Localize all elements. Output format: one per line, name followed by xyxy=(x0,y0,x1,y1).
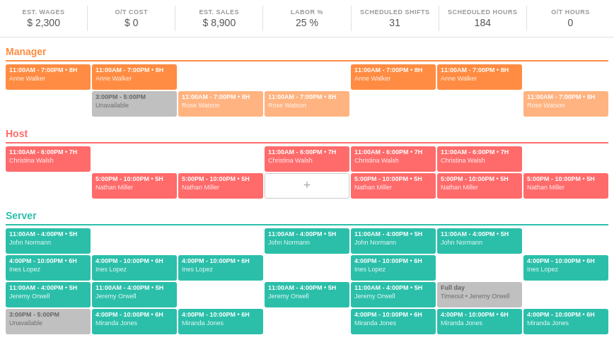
shift-cell-0-4[interactable]: 11:00AM - 7:00PM • 8HAnne Walker xyxy=(351,64,436,90)
shift-time-0-5: 11:00AM - 6:00PM • 7H xyxy=(441,148,519,157)
shift-cell-0-3[interactable]: 11:00AM - 4:00PM • 5HJohn Normann xyxy=(265,228,349,254)
shift-name-1-6: Rose Watson xyxy=(527,102,605,110)
shift-cell-0-5[interactable]: 11:00AM - 6:00PM • 7HChristina Walsh xyxy=(437,146,522,172)
shift-time-3-6: 4:00PM - 10:00PM • 6H xyxy=(527,311,605,319)
shift-cell-1-0 xyxy=(6,91,91,117)
shift-cell-1-4[interactable]: 4:00PM - 10:00PM • 6HInes Lopez xyxy=(351,255,436,281)
manager-section: Manager 11:00AM - 7:00PM • 8HAnne Walker… xyxy=(6,40,608,117)
shift-time-3-0: 3:00PM - 5:00PM xyxy=(9,311,87,319)
shift-cell-1-6[interactable]: 5:00PM - 10:00PM • 5HNathan Miller xyxy=(523,173,608,199)
shift-cell-1-3[interactable]: + xyxy=(265,173,349,199)
shift-cell-1-3[interactable]: 11:00AM - 7:00PM • 8HRose Watson xyxy=(265,91,349,117)
shift-time-1-6: 4:00PM - 10:00PM • 6H xyxy=(527,257,605,266)
manager-rows: 11:00AM - 7:00PM • 8HAnne Walker11:00AM … xyxy=(6,64,608,117)
ot-cost-value: $ 0 xyxy=(93,17,169,28)
shift-name-2-0: Jeremy Orwell xyxy=(9,293,87,301)
shift-name-2-3: Jeremy Orwell xyxy=(268,293,346,301)
shift-cell-1-0 xyxy=(6,173,91,199)
shift-cell-2-2 xyxy=(178,282,263,307)
shift-time-1-1: 5:00PM - 10:00PM • 5H xyxy=(95,175,173,184)
shift-cell-0-5[interactable]: 11:00AM - 7:00PM • 8HAnne Walker xyxy=(437,64,522,90)
shift-cell-1-2[interactable]: 11:00AM - 7:00PM • 8HRose Watson xyxy=(178,91,263,117)
shift-cell-1-3 xyxy=(265,255,349,281)
shift-cell-1-5[interactable]: 5:00PM - 10:00PM • 5HNathan Miller xyxy=(437,173,522,199)
shift-cell-1-6[interactable]: 11:00AM - 7:00PM • 8HRose Watson xyxy=(523,91,608,117)
shift-name-3-5: Miranda Jones xyxy=(441,319,519,328)
shift-name-1-4: Ines Lopez xyxy=(354,266,432,274)
stat-est-wages: EST. WAGES $ 2,300 xyxy=(0,6,88,31)
schedule: Manager 11:00AM - 7:00PM • 8HAnne Walker… xyxy=(0,37,614,343)
shift-cell-3-3 xyxy=(265,309,349,334)
shift-name-0-4: Christina Walsh xyxy=(354,157,432,165)
shift-name-1-5: Nathan Miller xyxy=(441,184,519,192)
shift-cell-2-3[interactable]: 11:00AM - 4:00PM • 5HJeremy Orwell xyxy=(265,282,349,307)
shift-cell-2-4[interactable]: 11:00AM - 4:00PM • 5HJeremy Orwell xyxy=(351,282,436,307)
shift-name-1-1: Unavailable xyxy=(95,102,173,110)
shift-cell-3-5[interactable]: 4:00PM - 10:00PM • 6HMiranda Jones xyxy=(437,309,522,334)
shift-time-1-6: 11:00AM - 7:00PM • 8H xyxy=(527,93,605,102)
shift-cell-1-1[interactable]: 3:00PM - 5:00PMUnavailable xyxy=(92,91,177,117)
shift-name-1-6: Nathan Miller xyxy=(527,184,605,192)
shift-cell-2-0[interactable]: 11:00AM - 4:00PM • 5HJeremy Orwell xyxy=(6,282,91,307)
shift-cell-0-1 xyxy=(92,146,177,172)
shift-cell-0-4[interactable]: 11:00AM - 4:00PM • 5HJohn Normann xyxy=(351,228,436,254)
shift-time-3-1: 4:00PM - 10:00PM • 6H xyxy=(95,311,173,319)
shift-cell-2-5[interactable]: Full dayTimeout • Jeremy Orwell xyxy=(437,282,522,307)
shift-time-0-0: 11:00AM - 6:00PM • 7H xyxy=(9,148,87,157)
shift-name-0-0: Christina Walsh xyxy=(9,157,87,165)
shift-cell-1-1[interactable]: 4:00PM - 10:00PM • 6HInes Lopez xyxy=(92,255,177,281)
shift-cell-0-0[interactable]: 11:00AM - 7:00PM • 8HAnne Walker xyxy=(6,64,91,90)
shift-cell-0-3 xyxy=(265,64,349,90)
shift-time-1-4: 5:00PM - 10:00PM • 5H xyxy=(354,175,432,184)
scheduled-shifts-value: 31 xyxy=(357,17,433,28)
shift-time-2-5: Full day xyxy=(441,284,519,293)
shift-cell-1-1[interactable]: 5:00PM - 10:00PM • 5HNathan Miller xyxy=(92,173,177,199)
labor-pct-value: 25 % xyxy=(269,17,344,28)
shift-name-0-4: John Normann xyxy=(354,239,432,247)
shift-cell-0-1[interactable]: 11:00AM - 7:00PM • 8HAnne Walker xyxy=(92,64,177,90)
grid-row-0: 11:00AM - 6:00PM • 7HChristina Walsh11:0… xyxy=(6,146,608,172)
shift-cell-3-2[interactable]: 4:00PM - 10:00PM • 6HMiranda Jones xyxy=(178,309,263,334)
shift-cell-1-4[interactable]: 5:00PM - 10:00PM • 5HNathan Miller xyxy=(351,173,436,199)
stat-ot-cost: O/T COST $ 0 xyxy=(88,6,175,31)
shift-cell-1-6[interactable]: 4:00PM - 10:00PM • 6HInes Lopez xyxy=(523,255,608,281)
shift-name-3-0: Unavailable xyxy=(9,319,87,328)
scheduled-hours-value: 184 xyxy=(445,17,521,28)
shift-cell-3-4[interactable]: 4:00PM - 10:00PM • 6HMiranda Jones xyxy=(351,309,436,334)
shift-time-1-1: 4:00PM - 10:00PM • 6H xyxy=(95,257,173,266)
shift-cell-0-3[interactable]: 11:00AM - 6:00PM • 7HChristina Walsh xyxy=(265,146,349,172)
shift-cell-1-5 xyxy=(437,91,522,117)
est-wages-label: EST. WAGES xyxy=(6,8,81,16)
shift-cell-1-2[interactable]: 5:00PM - 10:00PM • 5HNathan Miller xyxy=(178,173,263,199)
labor-pct-label: LABOR % xyxy=(269,8,344,16)
grid-row-1: 3:00PM - 5:00PMUnavailable11:00AM - 7:00… xyxy=(6,91,608,117)
shift-time-0-5: 11:00AM - 4:00PM • 5H xyxy=(441,230,519,239)
shift-time-0-4: 11:00AM - 4:00PM • 5H xyxy=(354,230,432,239)
shift-time-3-4: 4:00PM - 10:00PM • 6H xyxy=(354,311,432,319)
shift-time-1-2: 4:00PM - 10:00PM • 6H xyxy=(182,257,260,266)
shift-cell-3-6[interactable]: 4:00PM - 10:00PM • 6HMiranda Jones xyxy=(523,309,608,334)
ot-hours-value: 0 xyxy=(533,17,608,28)
shift-cell-0-5[interactable]: 11:00AM - 4:00PM • 5HJohn Normann xyxy=(437,228,522,254)
shift-cell-1-5 xyxy=(437,255,522,281)
ot-hours-label: O/T HOURS xyxy=(533,8,608,16)
shift-cell-3-0[interactable]: 3:00PM - 5:00PMUnavailable xyxy=(6,309,91,334)
shift-time-0-1: 11:00AM - 7:00PM • 8H xyxy=(95,66,173,75)
stat-ot-hours: O/T HOURS 0 xyxy=(527,6,614,31)
shift-time-1-6: 5:00PM - 10:00PM • 5H xyxy=(527,175,605,184)
shift-cell-1-0[interactable]: 4:00PM - 10:00PM • 6HInes Lopez xyxy=(6,255,91,281)
shift-cell-3-1[interactable]: 4:00PM - 10:00PM • 6HMiranda Jones xyxy=(92,309,177,334)
shift-cell-0-0[interactable]: 11:00AM - 6:00PM • 7HChristina Walsh xyxy=(6,146,91,172)
shift-name-2-4: Jeremy Orwell xyxy=(354,293,432,301)
shift-name-1-2: Rose Watson xyxy=(182,102,260,110)
shift-time-0-5: 11:00AM - 7:00PM • 8H xyxy=(441,66,519,75)
shift-cell-1-2[interactable]: 4:00PM - 10:00PM • 6HInes Lopez xyxy=(178,255,263,281)
shift-time-3-2: 4:00PM - 10:00PM • 6H xyxy=(182,311,260,319)
shift-cell-0-4[interactable]: 11:00AM - 6:00PM • 7HChristina Walsh xyxy=(351,146,436,172)
stat-scheduled-hours: SCHEDULED HOURS 184 xyxy=(439,6,527,31)
shift-cell-2-1[interactable]: 11:00AM - 4:00PM • 5HJeremy Orwell xyxy=(92,282,177,307)
shift-cell-0-0[interactable]: 11:00AM - 4:00PM • 5HJohn Normann xyxy=(6,228,91,254)
shift-name-1-2: Nathan Miller xyxy=(182,184,260,192)
shift-name-3-4: Miranda Jones xyxy=(354,319,432,328)
shift-cell-0-6 xyxy=(523,228,608,254)
